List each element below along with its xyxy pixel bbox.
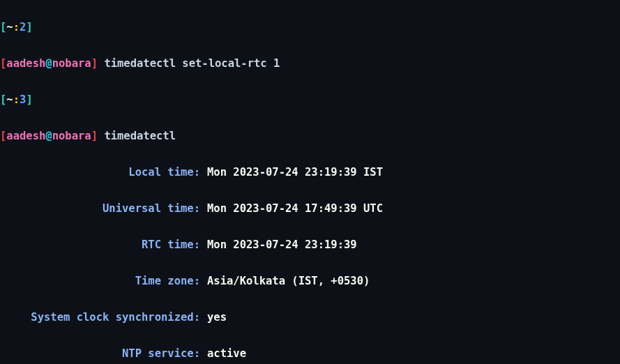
status-ntp: NTP service:active bbox=[0, 344, 620, 363]
status-universal-time: Universal time:Mon 2023-07-24 17:49:39 U… bbox=[0, 199, 620, 218]
prompt-path-line-1: [~:2] bbox=[0, 18, 620, 36]
prompt-user-line-1: [aadesh@nobara] timedatectl set-local-rt… bbox=[0, 54, 620, 73]
prompt-path-line-2: [~:3] bbox=[0, 91, 620, 109]
prompt-user-line-2: [aadesh@nobara] timedatectl bbox=[0, 127, 620, 145]
status-sync: System clock synchronized:yes bbox=[0, 308, 620, 326]
status-time-zone: Time zone:Asia/Kolkata (IST, +0530) bbox=[0, 272, 620, 290]
terminal[interactable]: [~:2] [aadesh@nobara] timedatectl set-lo… bbox=[0, 0, 620, 364]
command-2: timedatectl bbox=[104, 130, 176, 142]
status-local-time: Local time:Mon 2023-07-24 23:19:39 IST bbox=[0, 163, 620, 181]
command-1: timedatectl set-local-rtc 1 bbox=[104, 57, 280, 70]
status-rtc-time: RTC time:Mon 2023-07-24 23:19:39 bbox=[0, 236, 620, 254]
